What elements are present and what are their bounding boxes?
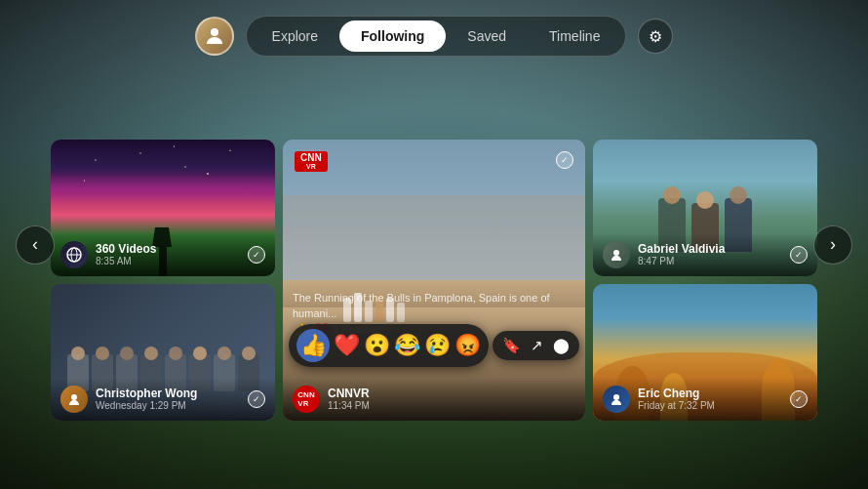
tab-explore[interactable]: Explore [251,20,339,52]
card-cnnvr[interactable]: CNN VR ✓ CNNVR CNNVR 11:34 PM The Runnin… [283,140,585,421]
eric-check[interactable]: ✓ [790,390,808,408]
svg-point-4 [613,250,619,256]
gabriel-check[interactable]: ✓ [790,246,808,264]
christopher-card-info: Christopher Wong Wednesday 1:29 PM ✓ [51,378,275,421]
card-christopher[interactable]: Christopher Wong Wednesday 1:29 PM ✓ [51,284,275,421]
tab-timeline[interactable]: Timeline [528,20,621,52]
cnn-badge: CNN VR [295,151,328,172]
vr-text: VR [306,163,316,170]
wow-reaction[interactable]: 😮 [364,333,390,358]
prev-arrow[interactable]: ‹ [16,225,55,265]
card-360-title: 360 Videos [96,242,240,256]
sad-reaction[interactable]: 😢 [424,333,451,358]
center-card-info: CNNVR CNNVR 11:34 PM [283,378,585,421]
center-card-text: CNNVR 11:34 PM [328,387,575,411]
avatar-gabriel [603,241,630,268]
christopher-title: Christopher Wong [96,387,240,400]
svg-point-0 [211,28,218,36]
top-navigation: Explore Following Saved Timeline ⚙ [0,0,868,72]
card-eric[interactable]: Eric Cheng Friday at 7:32 PM ✓ [593,284,817,421]
christopher-card-text: Christopher Wong Wednesday 1:29 PM [96,387,240,411]
eric-card-info: Eric Cheng Friday at 7:32 PM ✓ [593,378,817,421]
next-arrow[interactable]: › [813,225,852,265]
tab-following[interactable]: Following [339,20,446,52]
navigation-tabs: Explore Following Saved Timeline [246,16,627,57]
haha-reaction[interactable]: 😂 [394,333,420,358]
chevron-left-icon: ‹ [32,234,38,255]
avatar-360 [60,241,88,268]
gabriel-card-text: Gabriel Valdivia 8:47 PM [638,242,782,266]
cards-container: 360 Videos 8:35 AM ✓ [0,78,868,489]
user-avatar[interactable] [195,17,234,56]
card-gabriel[interactable]: Gabriel Valdivia 8:47 PM ✓ [593,140,817,276]
avatar-cnn: CNNVR [293,386,320,413]
share-action-icon[interactable]: ↗ [531,337,543,354]
save-action-icon[interactable]: 🔖 [502,337,521,354]
gabriel-title: Gabriel Valdivia [638,242,782,256]
center-card-title: CNNVR [328,387,575,400]
more-action-icon[interactable]: ⬤ [553,337,570,354]
christopher-check[interactable]: ✓ [248,390,265,408]
avatar-eric [603,386,630,413]
reaction-picker: 👍 ❤️ 😮 😂 😢 😡 🔖 ↗ ⬤ [289,324,579,367]
cards-grid: 360 Videos 8:35 AM ✓ [51,140,817,428]
card-360-check[interactable]: ✓ [248,246,265,264]
card-360-time: 8:35 AM [96,256,240,266]
gabriel-time: 8:47 PM [638,256,782,266]
christopher-time: Wednesday 1:29 PM [96,400,240,411]
angry-reaction[interactable]: 😡 [454,333,481,358]
svg-point-5 [71,394,77,400]
chevron-right-icon: › [830,234,836,255]
avatar-christopher [60,386,88,413]
eric-title: Eric Cheng [638,387,782,400]
tab-saved[interactable]: Saved [446,20,528,52]
like-reaction[interactable]: 👍 [296,329,330,362]
love-reaction[interactable]: ❤️ [334,333,360,358]
settings-button[interactable]: ⚙ [638,19,673,54]
eric-time: Friday at 7:32 PM [638,400,782,411]
card-360-info: 360 Videos 8:35 AM ✓ [51,233,275,276]
gabriel-card-info: Gabriel Valdivia 8:47 PM ✓ [593,233,817,276]
cnn-text: CNN [300,153,322,163]
card-360-text: 360 Videos 8:35 AM [96,242,240,266]
svg-point-6 [613,394,619,400]
center-card-check[interactable]: ✓ [556,151,573,169]
card-360-videos[interactable]: 360 Videos 8:35 AM ✓ [51,140,275,276]
eric-card-text: Eric Cheng Friday at 7:32 PM [638,387,782,411]
center-card-time: 11:34 PM [328,400,575,411]
